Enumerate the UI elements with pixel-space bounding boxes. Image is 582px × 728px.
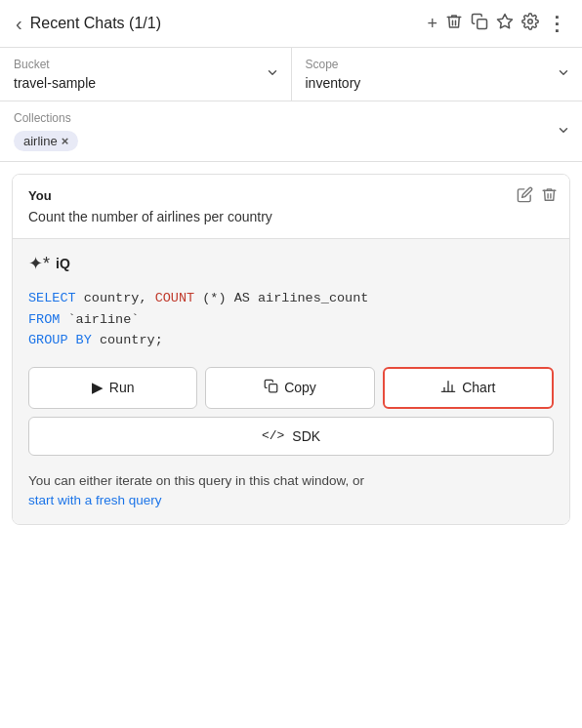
back-button[interactable]: ‹ (16, 13, 22, 35)
code-parens: (*) (202, 291, 233, 305)
user-actions (517, 186, 558, 208)
header: ‹ Recent Chats (1/1) + ⋮ (0, 0, 582, 48)
code-select-keyword: SELECT (28, 291, 76, 305)
bucket-selector[interactable]: Bucket travel-sample (0, 48, 292, 101)
sdk-icon: </> (262, 428, 284, 443)
chat-section: You Count the number of airlines per cou… (12, 174, 570, 525)
scope-label: Scope (306, 58, 569, 71)
run-button[interactable]: ▶ Run (28, 367, 197, 409)
code-table: `airline` (68, 312, 140, 327)
selectors-row: Bucket travel-sample Scope inventory (0, 48, 582, 101)
chart-button[interactable]: Chart (383, 367, 554, 409)
svg-rect-3 (270, 384, 277, 392)
chart-label: Chart (462, 380, 495, 395)
code-groupby-keyword: GROUP BY (28, 333, 92, 347)
svg-rect-0 (478, 20, 487, 29)
more-icon[interactable]: ⋮ (547, 12, 566, 35)
add-chat-button[interactable]: + (427, 14, 437, 34)
code-block: SELECT country, COUNT (*) AS airlines_co… (28, 288, 554, 351)
iq-label: iQ (56, 256, 70, 271)
bucket-chevron-icon (266, 66, 279, 83)
scope-chevron-icon (557, 66, 570, 83)
user-message: You Count the number of airlines per cou… (13, 175, 569, 239)
run-icon: ▶ (92, 379, 104, 396)
bucket-label: Bucket (14, 58, 277, 71)
code-groupby-col: country; (100, 333, 163, 347)
airline-tag: airline × (14, 131, 78, 151)
airline-tag-remove[interactable]: × (62, 134, 69, 148)
user-label: You (28, 188, 554, 203)
scope-selector[interactable]: Scope inventory (292, 48, 583, 101)
sdk-button[interactable]: </> SDK (28, 417, 554, 456)
collections-selector[interactable]: Collections airline × (0, 101, 582, 162)
run-label: Run (109, 380, 135, 395)
bucket-value: travel-sample (14, 75, 277, 91)
collections-tags: airline × (14, 131, 568, 151)
code-from-keyword: FROM (28, 312, 60, 327)
fresh-query-link[interactable]: start with a fresh query (28, 493, 162, 507)
scope-value: inventory (306, 75, 569, 91)
code-as: AS airlines_count (234, 291, 369, 305)
footer-text: You can either iterate on this query in … (28, 471, 554, 511)
edit-message-icon[interactable] (517, 186, 533, 208)
copy-label: Copy (284, 380, 316, 395)
copy-icon[interactable] (471, 13, 488, 34)
footer-static-text: You can either iterate on this query in … (28, 473, 364, 488)
delete-message-icon[interactable] (541, 186, 558, 208)
copy-button[interactable]: Copy (205, 367, 374, 409)
chart-btn-icon (440, 379, 456, 397)
collections-label: Collections (14, 111, 568, 125)
collections-chevron-icon (557, 123, 570, 140)
user-text: Count the number of airlines per country (28, 209, 554, 224)
svg-point-2 (528, 20, 533, 24)
star-icon[interactable] (496, 13, 514, 34)
code-text-1: country, (84, 291, 155, 305)
iq-sparkle-icon: ✦* (28, 253, 50, 274)
collections-inner: Collections airline × (14, 111, 568, 151)
airline-tag-label: airline (23, 134, 58, 148)
sdk-label: SDK (292, 428, 320, 444)
iq-response: ✦* iQ SELECT country, COUNT (*) AS airli… (13, 239, 569, 524)
iq-header: ✦* iQ (28, 253, 554, 274)
code-count-function: COUNT (155, 291, 195, 305)
delete-icon[interactable] (445, 13, 463, 34)
page-title: Recent Chats (1/1) (30, 15, 420, 32)
svg-marker-1 (498, 15, 513, 28)
copy-btn-icon (264, 379, 278, 396)
settings-icon[interactable] (521, 13, 539, 34)
action-buttons-row: ▶ Run Copy (28, 367, 554, 409)
